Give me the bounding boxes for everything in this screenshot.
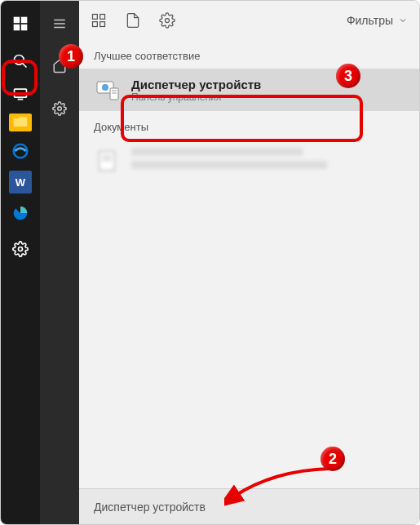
settings-filter-icon[interactable] [159, 12, 175, 29]
annotation-badge-2: 2 [321, 447, 345, 471]
svg-point-20 [166, 19, 170, 23]
svg-rect-19 [100, 22, 105, 27]
svg-rect-28 [102, 159, 112, 161]
word-icon[interactable]: W [9, 171, 32, 194]
svg-rect-8 [14, 117, 28, 127]
svg-rect-25 [112, 92, 117, 94]
svg-rect-1 [21, 17, 28, 24]
result-subtitle: Панель управления [131, 91, 261, 103]
apps-filter-icon[interactable] [91, 12, 107, 29]
annotation-badge-3: 3 [336, 64, 360, 88]
svg-point-22 [102, 84, 108, 91]
result-title: Диспетчер устройств [131, 78, 261, 91]
svg-rect-17 [100, 15, 105, 20]
panel-header: Фильтры [79, 1, 419, 40]
file-explorer-icon[interactable] [9, 113, 32, 131]
start-button[interactable] [7, 11, 33, 37]
device-manager-icon [94, 77, 120, 103]
blurred-text [131, 161, 327, 169]
windows-taskbar: W [1, 1, 40, 524]
svg-point-15 [58, 107, 62, 111]
task-view-icon[interactable] [7, 81, 33, 107]
svg-rect-6 [15, 89, 27, 97]
gear-icon[interactable] [46, 96, 73, 122]
svg-rect-2 [14, 24, 20, 31]
svg-point-4 [15, 56, 24, 65]
hamburger-icon[interactable] [46, 11, 73, 37]
svg-rect-27 [102, 155, 112, 157]
search-results-panel: Фильтры Лучшее соответствие Диспетчер ус… [79, 1, 419, 524]
svg-rect-9 [14, 116, 20, 118]
svg-line-5 [23, 64, 27, 68]
search-input[interactable] [94, 501, 405, 514]
document-result[interactable] [79, 140, 419, 182]
blurred-text [131, 148, 303, 156]
settings-taskbar-icon[interactable] [7, 236, 33, 262]
edge-legacy-icon[interactable] [7, 138, 33, 164]
chevron-down-icon [398, 16, 408, 25]
svg-rect-3 [21, 24, 28, 31]
documents-heading: Документы [79, 111, 419, 140]
word-label: W [15, 176, 25, 189]
filters-dropdown[interactable]: Фильтры [347, 14, 408, 27]
search-input-bar [79, 488, 419, 524]
search-taskbar-icon[interactable] [7, 48, 33, 74]
svg-rect-24 [112, 90, 117, 91]
svg-rect-16 [93, 15, 98, 20]
svg-rect-0 [14, 17, 20, 24]
documents-filter-icon[interactable] [125, 12, 141, 29]
annotation-badge-1: 1 [59, 44, 83, 69]
filters-label: Фильтры [347, 14, 393, 27]
edge-chromium-icon[interactable] [7, 200, 33, 226]
start-menu-rail [40, 1, 79, 524]
best-match-result[interactable]: Диспетчер устройств Панель управления [79, 69, 419, 111]
svg-point-11 [19, 247, 23, 251]
best-match-heading: Лучшее соответствие [79, 40, 419, 69]
svg-rect-18 [93, 22, 98, 27]
document-icon [94, 148, 120, 174]
